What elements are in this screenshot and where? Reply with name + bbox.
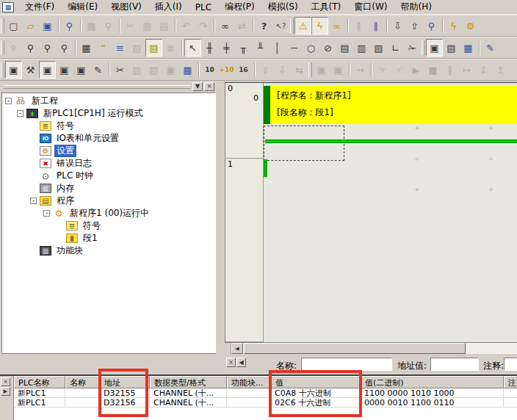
cell-address[interactable]: D32155 [100,388,150,397]
tree-item-new-project[interactable]: - 品 新工程 [2,95,215,107]
tree-item-settings[interactable]: ⚙ 设置 [2,145,215,157]
online-edit-transfer-button[interactable]: ⇆ [291,61,308,79]
column-header-value[interactable]: 值 [271,376,361,388]
redo-button[interactable]: ↷ [195,17,212,35]
pause-status-button[interactable]: ∥ [350,17,367,35]
tree-item-error-log[interactable]: ✖ 错误日志 [2,157,215,170]
find-monitor-button[interactable]: ∞ [328,17,345,35]
watch-sheet-close-button[interactable]: × [1,377,10,386]
save-button[interactable]: ▣ [39,17,56,35]
new-function-block-button[interactable]: ▤ [336,39,353,57]
cell-value[interactable]: C0A8 十六进制 [271,388,361,397]
toolbar-gripper[interactable] [0,39,5,57]
column-header-datatype[interactable]: 数据类型/格式 [150,376,227,388]
zoom-out-button[interactable]: ⚲ [22,39,39,57]
upload-program-button[interactable]: ⇧ [257,61,274,79]
cell-comment[interactable] [504,388,517,397]
watch-row-d32156[interactable]: 新PLC1 D32156 CHANNEL (十... 02C6 十六进制 000… [14,398,517,408]
toolbar-gripper[interactable] [421,39,426,57]
column-header-comment[interactable]: 注... [504,376,517,388]
new-or-closed-contact-button[interactable]: ╨ [252,39,269,57]
tree-item-section1[interactable]: ▮ 段1 [2,232,215,245]
ladder-monitor-button[interactable]: ▤ [129,39,145,57]
simulator-run-to-button[interactable]: ↦ [458,61,475,79]
watch-window-button[interactable]: ▣ [39,61,56,79]
comment-box-button[interactable]: “ [95,39,112,57]
download-program-button[interactable]: ⇩ [274,61,291,79]
menu-window[interactable]: 窗口(W) [347,0,394,15]
address-value-field[interactable] [430,358,479,371]
project-pane-titlebar[interactable]: ▼ × [1,82,216,92]
io-comment-button[interactable]: ▦ [460,39,477,57]
print-preview-button[interactable]: ⚲ [100,17,117,35]
new-or-contact-button[interactable]: ╥ [235,39,252,57]
edit-annotation-button[interactable]: ✎ [482,39,499,57]
compare-with-plc-button[interactable]: ⚲ [423,17,440,35]
tree-item-plc-clock[interactable]: ⊙ PLC 时钟 [2,170,215,182]
new-instruction-button[interactable]: ▧ [370,39,387,57]
merge-program-button[interactable]: ▤ [443,39,460,57]
pane-gripper[interactable] [4,85,191,89]
toolbar-gripper[interactable] [0,17,5,35]
ladder-editor[interactable]: 0 0 1 [程序名 : 新程序1] [段名称 : 段1] + + + + + … [225,82,517,342]
expander-icon[interactable]: - [43,210,50,217]
menu-view[interactable]: 视图(V) [104,0,148,15]
paste-button[interactable]: ▤ [156,17,173,35]
zoom-in-button[interactable]: ⚲ [56,39,73,57]
cell-plc-name[interactable]: 新PLC1 [14,388,65,397]
cell-function-block[interactable] [227,388,271,397]
select-tool-button[interactable]: ↖ [184,39,201,57]
new-coil-button[interactable]: ○ [303,39,319,57]
toolbar-gripper[interactable] [0,61,5,79]
menu-file[interactable]: 文件(F) [18,0,61,15]
menu-insert[interactable]: 插入(I) [148,0,189,15]
delete-line-button[interactable]: ∟ [387,39,404,57]
tree-item-program-symbols[interactable]: ≣ 符号 [2,220,215,232]
zoom-fit-button[interactable]: ⚲ [5,39,22,57]
rung-wrap-button[interactable]: ▤ [145,39,162,57]
context-help-button[interactable]: ↖? [272,17,289,35]
toolbar-gripper[interactable] [289,17,294,35]
simulator-output-button[interactable]: ▣ [330,61,347,79]
cell-comment[interactable] [504,398,517,407]
ladder-h-scrollbar[interactable]: ◀ [225,342,517,354]
simulator-window-button[interactable]: ▣ [313,61,330,79]
monitor-mode-button[interactable]: ϟ [311,17,328,35]
cell-function-block[interactable] [227,398,271,407]
simulator-pause-button[interactable]: ∥ [441,61,458,79]
simulator-stop-button[interactable]: ■ [424,61,441,79]
summary-view-button[interactable]: ▥ [129,61,145,79]
undo-button[interactable]: ↶ [178,17,195,35]
cut-line-button[interactable]: ✁ [404,39,421,57]
simulator-step-button[interactable]: ↧ [475,61,492,79]
column-header-function-block[interactable]: 功能块... [227,376,271,388]
cell-address[interactable]: D32156 [100,398,150,407]
binary-monitor-button[interactable]: ▦ [179,61,196,79]
work-online-button[interactable]: ⚠ [294,17,311,35]
expander-icon[interactable]: - [5,98,12,104]
clear-breakpoint-button[interactable]: ☜ [391,61,408,79]
cell-value-binary[interactable]: 1100 0000 1010 1000 [361,388,504,397]
rung-list-button[interactable]: ≡ [112,39,129,57]
monitor-decimal-button[interactable]: 10 [201,61,218,79]
pane-close-button[interactable]: × [204,82,214,91]
horizontal-line-button[interactable]: ─ [286,39,303,57]
toolbar-gripper[interactable] [308,61,313,79]
tree-item-plc[interactable]: - ▮ 新PLC1[CP1H] 运行模式 [2,107,215,120]
monitor-hex-button[interactable]: 16 [235,61,252,79]
cell-datatype[interactable]: CHANNEL (十... [150,398,227,407]
name-field[interactable] [301,358,392,371]
new-fb-parameter-button[interactable]: ▥ [353,39,370,57]
clipboard-monitor-button[interactable]: ✂ [112,61,129,79]
new-closed-contact-button[interactable]: ╪ [218,39,235,57]
cell-name[interactable] [65,398,100,407]
help-button[interactable]: ? [256,17,272,35]
expander-icon[interactable]: - [17,110,24,117]
build-button[interactable]: ⚒ [22,61,39,79]
run-mode-button[interactable]: ϟ [445,17,462,35]
zoom-normal-button[interactable]: ⚲ [39,39,56,57]
expander-icon[interactable]: - [30,198,37,204]
simulator-step-over-button[interactable]: ↥ [492,61,509,79]
menu-program[interactable]: 编程(P) [218,0,261,15]
tree-outline-button[interactable]: ≣ [162,39,179,57]
